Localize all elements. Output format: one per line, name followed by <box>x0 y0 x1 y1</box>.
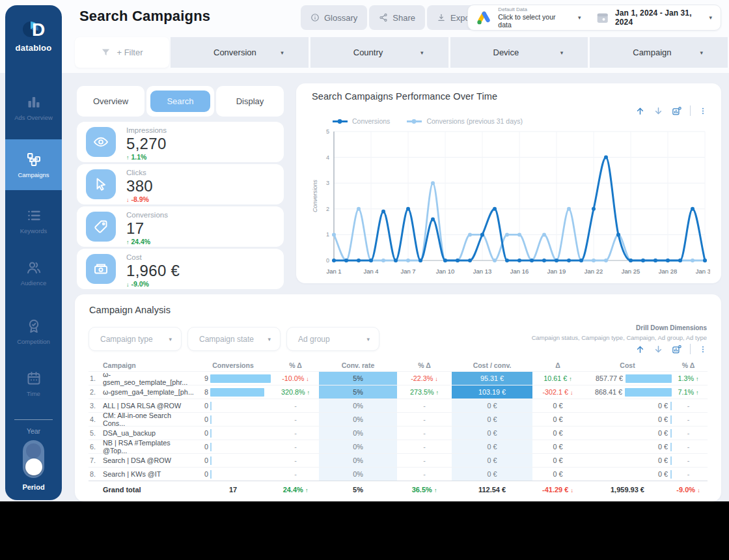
arrow-down-icon[interactable] <box>653 106 663 116</box>
kebab-icon[interactable] <box>699 344 707 354</box>
conversions-bar <box>210 429 212 438</box>
value-delta: -302.1 € ↓ <box>542 388 573 396</box>
tab-overview[interactable]: Overview <box>77 86 144 117</box>
row-index: 4. <box>89 413 103 426</box>
conversions-delta-cell: - <box>272 440 319 453</box>
chevron-down-icon: ▾ <box>560 49 564 56</box>
sidebar-item-competition[interactable]: Competition <box>5 307 62 356</box>
filter-dropdown-device[interactable]: Device▾ <box>450 37 588 68</box>
svg-text:Jan 16: Jan 16 <box>510 268 529 275</box>
date-range-value[interactable]: Jan 1, 2024 - Jan 31, 2024 <box>615 8 709 27</box>
col-header-pct-delta-2[interactable]: % Δ <box>397 359 452 371</box>
sidebar-item-time[interactable]: Time <box>5 362 62 405</box>
google-ads-icon <box>476 9 492 26</box>
pct-delta: - <box>294 456 297 464</box>
table-title: Campaign Analysis <box>89 305 171 315</box>
toggle-knob[interactable] <box>25 458 42 475</box>
glossary-button[interactable]: Glossary <box>301 5 367 30</box>
kpi-card-clicks: Clicks380↓ -8.9% <box>77 164 284 204</box>
chart-export-icon[interactable] <box>672 106 681 116</box>
chevron-down-icon: ▾ <box>268 336 271 343</box>
conv-rate-delta-cell: -22.3% ↓ <box>397 372 452 385</box>
dropdown-ad-group[interactable]: Ad group▾ <box>286 327 379 351</box>
legend-item[interactable]: Conversions (previous 31 days) <box>407 117 523 125</box>
kpi-value: 1,960 € <box>126 262 180 280</box>
calendar-icon <box>596 10 609 25</box>
kebab-icon[interactable] <box>699 106 707 116</box>
dropdown-campaign-state[interactable]: Campaign state▾ <box>187 327 281 351</box>
kpi-label: Conversions <box>126 211 168 219</box>
col-header-campaign[interactable]: Campaign <box>103 359 194 371</box>
date-range-caret-icon[interactable]: ▾ <box>709 14 712 21</box>
sidebar-item-keywords[interactable]: Keywords <box>5 199 62 242</box>
delta-cell: 0 € <box>532 427 583 440</box>
share-icon <box>379 13 388 22</box>
legend-marker-icon <box>407 119 422 124</box>
col-header-delta[interactable]: Δ <box>532 359 583 371</box>
share-button[interactable]: Share <box>369 5 425 30</box>
dashboard: Search Campaigns GlossaryShareExport Def… <box>0 0 729 501</box>
col-header-conversions[interactable]: Conversions <box>194 359 272 371</box>
table-row[interactable]: 8.Search | KWs @IT0-0%-0 €0 €0 €- <box>89 467 708 481</box>
table-row[interactable]: 2.ω-gsem_ga4_template_[ph...8320.8% ↑5%2… <box>89 385 708 399</box>
databloo-logo-icon: D <box>20 16 48 42</box>
table-row[interactable]: 5.DSA_ua_backup0-0%-0 €0 €0 €- <box>89 426 708 440</box>
eye-icon <box>86 127 116 157</box>
svg-text:Jan 19: Jan 19 <box>547 268 566 275</box>
arrow-up-icon[interactable] <box>635 106 645 116</box>
filter-dropdown-campaign[interactable]: Campaign▾ <box>590 37 728 68</box>
sidebar-item-label: Campaigns <box>18 171 49 178</box>
sidebar-item-ads-overview[interactable]: Ads Overview <box>5 85 62 130</box>
arrow-down-icon[interactable] <box>653 344 663 354</box>
data-source-selector[interactable]: Default Data Click to select your data <box>498 7 569 28</box>
table-row[interactable]: 1.ω-gsem_seo_template_[phr...9-10.0% ↓5%… <box>89 371 708 385</box>
data-source-caret-icon[interactable]: ▾ <box>578 14 581 21</box>
svg-text:Jan 1: Jan 1 <box>326 268 341 275</box>
brand-logo[interactable]: D databloo <box>5 16 62 53</box>
conversions-bar <box>210 443 212 451</box>
filter-dropdown-country[interactable]: Country▾ <box>310 37 448 68</box>
col-header-pct-delta-3[interactable]: % Δ <box>672 359 705 371</box>
data-source-label: Default Data <box>498 7 569 12</box>
add-filter-label: + Filter <box>117 48 143 57</box>
chart-export-icon[interactable] <box>672 344 681 354</box>
page-title: Search Campaigns <box>79 8 210 25</box>
chart-title: Search Campaigns Performance Over Time <box>312 91 497 102</box>
pct-delta: - <box>687 429 690 437</box>
tab-label: Overview <box>81 91 141 112</box>
col-header-cost[interactable]: Cost <box>583 359 672 371</box>
table-row[interactable]: 3.ALL | DSA RLSA @ROW0-0%-0 €0 €0 €- <box>89 399 708 412</box>
dropdown-campaign-type[interactable]: Campaign type▾ <box>89 327 182 351</box>
conversions-bar <box>210 415 212 424</box>
bar-chart-icon <box>26 94 42 110</box>
cost-delta-cell: 1.3% ↑ <box>672 372 705 385</box>
value-delta: 0 € <box>553 415 562 423</box>
col-header-pct-delta-1[interactable]: % Δ <box>272 359 319 371</box>
cost-delta-cell: - <box>672 413 705 426</box>
table-row[interactable]: 6.NB | RSA #Templates @Top...0-0%-0 €0 €… <box>89 440 708 453</box>
filter-dropdown-conversion[interactable]: Conversion▾ <box>171 37 309 68</box>
period-toggle[interactable] <box>23 440 44 478</box>
arrow-up-icon[interactable] <box>635 344 645 354</box>
row-index: 6. <box>89 440 103 453</box>
delta-down-arrow-icon: ↓ <box>306 376 309 382</box>
legend-item[interactable]: Conversions <box>333 117 390 125</box>
sidebar-item-audience[interactable]: Audience <box>5 250 62 296</box>
table-row[interactable]: 4.CM: All-in-one Search Cons...0-0%-0 €0… <box>89 412 708 426</box>
add-filter-button[interactable]: + Filter <box>75 37 169 68</box>
col-header-conv-rate[interactable]: Conv. rate <box>319 359 397 371</box>
table-row[interactable]: 7.Search | DSA @ROW0-0%-0 €0 €0 €- <box>89 453 708 467</box>
pct-delta: - <box>687 456 690 464</box>
sidebar-item-campaigns[interactable]: Campaigns <box>5 139 62 190</box>
tab-display[interactable]: Display <box>216 86 284 117</box>
total-conv-rate-delta: 36.5% ↑ <box>397 481 452 498</box>
row-index: 7. <box>89 454 103 467</box>
svg-text:3: 3 <box>326 180 329 186</box>
conversions-cell: 0 <box>194 454 272 467</box>
sidebar-item-label: Competition <box>17 338 50 345</box>
col-header-cost-per-conv[interactable]: Cost / conv. <box>452 359 532 371</box>
svg-text:Jan 28: Jan 28 <box>659 268 678 275</box>
tab-search[interactable]: Search <box>146 86 214 117</box>
chevron-down-icon: ▾ <box>420 49 424 56</box>
pct-delta: 1.3% ↑ <box>678 374 698 382</box>
